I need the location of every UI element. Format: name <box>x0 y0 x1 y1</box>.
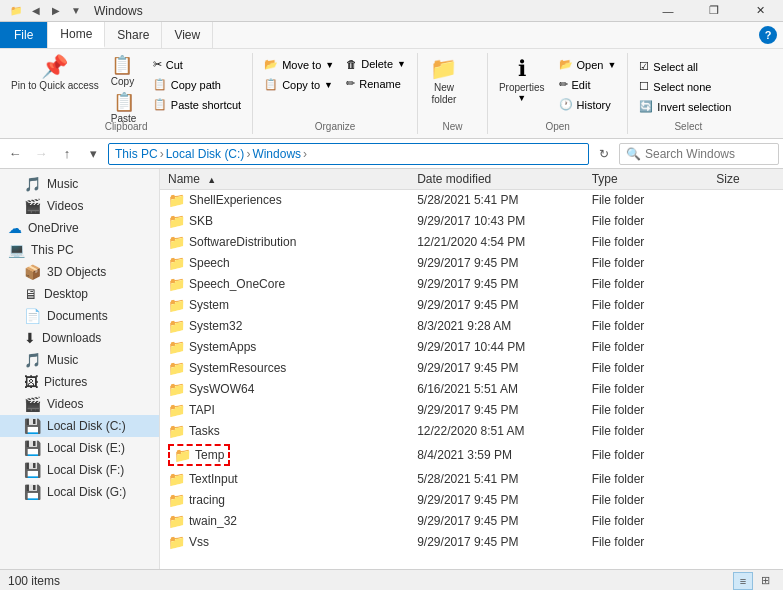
ribbon: File Home Share View ? 📌 Pin to Quick ac… <box>0 22 783 139</box>
file-name: SKB <box>189 214 213 228</box>
history-label: History <box>577 99 611 111</box>
address-bar: ← → ↑ ▾ This PC › Local Disk (C:) › Wind… <box>0 139 783 169</box>
select-all-icon: ☑ <box>639 60 649 73</box>
nav-item-music2[interactable]: 🎵 Music <box>0 349 159 371</box>
new-folder-button[interactable]: 📁 Newfolder <box>424 55 464 109</box>
large-icons-view-button[interactable]: ⊞ <box>755 572 775 590</box>
table-row[interactable]: 📁 ShellExperiences 5/28/2021 5:41 PM Fil… <box>160 190 783 211</box>
file-name: Speech_OneCore <box>189 277 285 291</box>
open-button[interactable]: 📂 Open ▼ <box>554 55 622 74</box>
col-name[interactable]: Name ▲ <box>160 169 409 190</box>
table-row[interactable]: 📁 Speech_OneCore 9/29/2017 9:45 PM File … <box>160 274 783 295</box>
history-button[interactable]: 🕐 History <box>554 95 622 114</box>
nav-item-downloads[interactable]: ⬇ Downloads <box>0 327 159 349</box>
clipboard-group: 📌 Pin to Quick access 📋 Copy 📋 Paste <box>0 53 253 134</box>
file-type: File folder <box>584 316 709 337</box>
nav-item-music[interactable]: 🎵 Music <box>0 173 159 195</box>
address-path[interactable]: This PC › Local Disk (C:) › Windows › <box>108 143 589 165</box>
tab-file[interactable]: File <box>0 22 48 48</box>
help-icon[interactable]: ? <box>759 26 777 44</box>
windows-crumb[interactable]: Windows <box>252 147 301 161</box>
table-row[interactable]: 📁 System32 8/3/2021 9:28 AM File folder <box>160 316 783 337</box>
copy-path-button[interactable]: 📋 Copy path <box>148 75 246 94</box>
copy-to-button[interactable]: 📋 Copy to ▼ <box>259 75 339 94</box>
table-row[interactable]: 📁 Speech 9/29/2017 9:45 PM File folder <box>160 253 783 274</box>
back-button[interactable]: ← <box>4 143 26 165</box>
maximize-button[interactable]: ❐ <box>691 0 737 22</box>
close-button[interactable]: ✕ <box>737 0 783 22</box>
table-row[interactable]: 📁 Temp 8/4/2021 3:59 PM File folder <box>160 442 783 469</box>
table-row[interactable]: 📁 tracing 9/29/2017 9:45 PM File folder <box>160 490 783 511</box>
cut-label: Cut <box>166 59 183 71</box>
table-row[interactable]: 📁 Vss 9/29/2017 9:45 PM File folder <box>160 532 783 553</box>
local-disk-crumb[interactable]: Local Disk (C:) <box>166 147 245 161</box>
table-row[interactable]: 📁 SystemResources 9/29/2017 9:45 PM File… <box>160 358 783 379</box>
nav-item-pictures[interactable]: 🖼 Pictures <box>0 371 159 393</box>
file-size <box>708 511 783 532</box>
copy-button[interactable]: 📋 Copy <box>106 53 146 90</box>
nav-item-videos[interactable]: 🎬 Videos <box>0 195 159 217</box>
tab-share[interactable]: Share <box>105 22 162 48</box>
nav-item-local-disk-c[interactable]: 💾 Local Disk (C:) <box>0 415 159 437</box>
sort-arrow: ▲ <box>207 175 216 185</box>
table-row[interactable]: 📁 twain_32 9/29/2017 9:45 PM File folder <box>160 511 783 532</box>
tab-home[interactable]: Home <box>48 22 105 48</box>
table-row[interactable]: 📁 Tasks 12/22/2020 8:51 AM File folder <box>160 421 783 442</box>
file-name: TextInput <box>189 472 238 486</box>
rename-button[interactable]: ✏ Rename <box>341 74 411 93</box>
properties-label: Properties <box>499 82 545 93</box>
nav-item-onedrive[interactable]: ☁ OneDrive <box>0 217 159 239</box>
this-pc-crumb[interactable]: This PC <box>115 147 158 161</box>
recent-locations-button[interactable]: ▾ <box>82 143 104 165</box>
table-row[interactable]: 📁 SoftwareDistribution 12/21/2020 4:54 P… <box>160 232 783 253</box>
nav-item-local-disk-f[interactable]: 💾 Local Disk (F:) <box>0 459 159 481</box>
move-to-button[interactable]: 📂 Move to ▼ <box>259 55 339 74</box>
table-row[interactable]: 📁 SysWOW64 6/16/2021 5:51 AM File folder <box>160 379 783 400</box>
nav-item-documents[interactable]: 📄 Documents <box>0 305 159 327</box>
nav-item-local-disk-e[interactable]: 💾 Local Disk (E:) <box>0 437 159 459</box>
tab-view[interactable]: View <box>162 22 213 48</box>
nav-item-3d-objects[interactable]: 📦 3D Objects <box>0 261 159 283</box>
up-button[interactable]: ↑ <box>56 143 78 165</box>
minimize-button[interactable]: — <box>645 0 691 22</box>
edit-button[interactable]: ✏ Edit <box>554 75 622 94</box>
select-none-button[interactable]: ☐ Select none <box>634 77 742 96</box>
nav-item-desktop[interactable]: 🖥 Desktop <box>0 283 159 305</box>
forward-button[interactable]: → <box>30 143 52 165</box>
invert-selection-button[interactable]: 🔄 Invert selection <box>634 97 742 116</box>
copy-to-icon: 📋 <box>264 78 278 91</box>
delete-button[interactable]: 🗑 Delete ▼ <box>341 55 411 73</box>
table-row[interactable]: 📁 System 9/29/2017 9:45 PM File folder <box>160 295 783 316</box>
file-name: SoftwareDistribution <box>189 235 296 249</box>
search-input[interactable] <box>645 147 772 161</box>
properties-button[interactable]: ℹ Properties ▼ <box>494 55 550 106</box>
table-row[interactable]: 📁 TextInput 5/28/2021 5:41 PM File folde… <box>160 469 783 490</box>
select-all-button[interactable]: ☑ Select all <box>634 57 742 76</box>
file-size <box>708 490 783 511</box>
col-date[interactable]: Date modified <box>409 169 583 190</box>
clipboard-label: Clipboard <box>0 121 252 132</box>
nav-item-local-disk-g[interactable]: 💾 Local Disk (G:) <box>0 481 159 503</box>
ribbon-tab-bar: File Home Share View ? <box>0 22 783 48</box>
col-size[interactable]: Size <box>708 169 783 190</box>
cut-button[interactable]: ✂ Cut <box>148 55 246 74</box>
folder-icon: 📁 <box>168 423 185 439</box>
nav-label: Pictures <box>44 375 87 389</box>
dropdown-icon: ▼ <box>68 3 84 19</box>
pin-to-quick-access-button[interactable]: 📌 Pin to Quick access <box>6 53 104 95</box>
file-size <box>708 442 783 469</box>
search-box[interactable]: 🔍 <box>619 143 779 165</box>
table-row[interactable]: 📁 SystemApps 9/29/2017 10:44 PM File fol… <box>160 337 783 358</box>
window-title: Windows <box>94 4 143 18</box>
refresh-button[interactable]: ↻ <box>593 143 615 165</box>
local-disk-e-icon: 💾 <box>24 440 41 456</box>
nav-item-videos2[interactable]: 🎬 Videos <box>0 393 159 415</box>
paste-shortcut-button[interactable]: 📋 Paste shortcut <box>148 95 246 114</box>
table-row[interactable]: 📁 TAPI 9/29/2017 9:45 PM File folder <box>160 400 783 421</box>
table-row[interactable]: 📁 SKB 9/29/2017 10:43 PM File folder <box>160 211 783 232</box>
file-size <box>708 532 783 553</box>
col-type[interactable]: Type <box>584 169 709 190</box>
details-view-button[interactable]: ≡ <box>733 572 753 590</box>
file-name: TAPI <box>189 403 215 417</box>
nav-item-this-pc[interactable]: 💻 This PC <box>0 239 159 261</box>
